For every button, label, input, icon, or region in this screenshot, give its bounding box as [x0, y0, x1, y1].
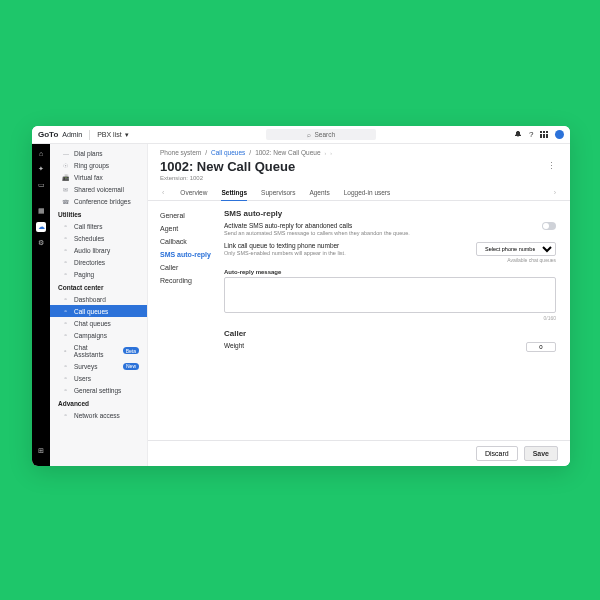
section-sms-heading: SMS auto-reply — [224, 209, 556, 218]
sidebar-item-icon: ✉ — [62, 186, 69, 193]
topbar: GoTo Admin PBX list ▾ ⌕ Search 🔔︎ ? — [32, 126, 570, 144]
rail-settings-icon[interactable]: ⚙ — [36, 238, 46, 248]
rail-grid-icon[interactable]: ⊞ — [36, 446, 46, 456]
tab-scroll-left[interactable]: ‹ — [160, 187, 166, 198]
sidebar-item-label: Chat Assistants — [74, 344, 118, 358]
rail-home-icon[interactable]: ⌂ — [36, 148, 46, 158]
sidebar-item-label: Shared voicemail — [74, 186, 124, 193]
avatar[interactable] — [555, 130, 564, 139]
discard-button[interactable]: Discard — [476, 446, 518, 461]
sidebar-item-label: Conference bridges — [74, 198, 131, 205]
sidebar-section-header: Advanced — [50, 396, 147, 409]
sidebar-item-label: Surveys — [74, 363, 97, 370]
subnav-item[interactable]: Caller — [160, 261, 220, 274]
sidebar-item-label: Campaigns — [74, 332, 107, 339]
subnav-item[interactable]: Recording — [160, 274, 220, 287]
tab-scroll-right[interactable]: › — [552, 187, 558, 198]
sidebar-item[interactable]: ▫Paging — [50, 268, 147, 280]
auto-reply-label: Auto-reply message — [224, 269, 556, 275]
crumb-call-queues[interactable]: Call queues — [211, 149, 245, 156]
sidebar-item[interactable]: ▫Users — [50, 372, 147, 384]
sidebar-item[interactable]: ▫Schedules — [50, 232, 147, 244]
sidebar-section-header: Contact center — [50, 280, 147, 293]
sidebar-item-label: Call queues — [74, 308, 108, 315]
phone-number-select[interactable]: Select phone number — [476, 242, 556, 256]
sidebar-item-label: Dial plans — [74, 150, 103, 157]
tab-logged-in-users[interactable]: Logged-in users — [344, 185, 391, 200]
rail-user-icon[interactable]: ✦ — [36, 164, 46, 174]
select-hint: Available chat queues — [476, 257, 556, 263]
sidebar-item-icon: ▫ — [62, 259, 69, 265]
tab-settings[interactable]: Settings — [221, 185, 247, 201]
sidebar-item-icon: ⋯ — [62, 150, 69, 157]
section-caller-heading: Caller — [224, 329, 556, 338]
sidebar-item-label: Ring groups — [74, 162, 109, 169]
link-number-label: Link call queue to texting phone number — [224, 242, 476, 249]
sidebar-item[interactable]: ▫Network access — [50, 409, 147, 421]
logo-text: GoTo — [38, 130, 58, 139]
weight-input[interactable] — [526, 342, 556, 352]
rail-briefcase-icon[interactable]: ▭ — [36, 180, 46, 190]
sidebar-item[interactable]: ▫SurveysNew — [50, 360, 147, 372]
sidebar-item[interactable]: ▫Campaigns — [50, 329, 147, 341]
sidebar-item[interactable]: ▫Dashboard — [50, 293, 147, 305]
sidebar-item[interactable]: ▫General settings — [50, 384, 147, 396]
sidebar-item[interactable]: ▫Chat queues — [50, 317, 147, 329]
sidebar-item[interactable]: ▫Call queues — [50, 305, 147, 317]
subnav-item[interactable]: SMS auto-reply — [160, 248, 220, 261]
chevron-right-icon[interactable]: › — [330, 150, 332, 156]
sidebar-item[interactable]: ▫Chat AssistantsBeta — [50, 341, 147, 360]
breadcrumb: Phone system / Call queues / 1002: New C… — [148, 144, 570, 159]
activate-sms-toggle[interactable] — [542, 222, 556, 230]
badge: New — [123, 363, 139, 370]
sidebar-item[interactable]: ▫Directories — [50, 256, 147, 268]
sidebar-item-icon: ☉ — [62, 162, 69, 169]
sidebar-item-label: Chat queues — [74, 320, 111, 327]
sidebar-item-icon: ▫ — [62, 271, 69, 277]
tab-supervisors[interactable]: Supervisors — [261, 185, 295, 200]
sidebar-item-icon: ▫ — [62, 247, 69, 253]
sidebar-item-icon: ▫ — [62, 387, 69, 393]
sidebar-item[interactable]: ✉Shared voicemail — [50, 183, 147, 195]
sidebar-item[interactable]: ▫Call filters — [50, 220, 147, 232]
sidebar-item-label: General settings — [74, 387, 121, 394]
apps-icon[interactable] — [540, 131, 548, 139]
rail-apps-icon[interactable]: ▦ — [36, 206, 46, 216]
chevron-right-icon[interactable]: › — [325, 150, 327, 156]
auto-reply-textarea[interactable] — [224, 277, 556, 313]
sidebar-item[interactable]: ☉Ring groups — [50, 159, 147, 171]
pbx-label: PBX list — [97, 131, 122, 138]
sidebar-item-icon: ▫ — [62, 348, 69, 354]
sidebar-section-header: Utilities — [50, 207, 147, 220]
rail-phone-icon[interactable]: ☁ — [36, 222, 46, 232]
crumb-sep: / — [249, 149, 251, 156]
subnav-item[interactable]: Callback — [160, 235, 220, 248]
tab-agents[interactable]: Agents — [309, 185, 329, 200]
subnav-item[interactable]: Agent — [160, 222, 220, 235]
crumb-phone-system[interactable]: Phone system — [160, 149, 201, 156]
sidebar-item-label: Network access — [74, 412, 120, 419]
crumb-sep: / — [205, 149, 207, 156]
save-button[interactable]: Save — [524, 446, 558, 461]
kebab-menu-icon[interactable]: ⋮ — [545, 159, 558, 173]
search-input[interactable]: ⌕ Search — [266, 129, 376, 140]
sidebar-item-icon: ▫ — [62, 235, 69, 241]
page-title: 1002: New Call Queue — [160, 159, 295, 174]
sidebar-item-label: Call filters — [74, 223, 103, 230]
help-icon[interactable]: ? — [529, 131, 533, 139]
subnav-item[interactable]: General — [160, 209, 220, 222]
form: SMS auto-reply Activate SMS auto-reply f… — [220, 201, 570, 440]
sidebar-item-label: Audio library — [74, 247, 110, 254]
tab-overview[interactable]: Overview — [180, 185, 207, 200]
sidebar-item-label: Schedules — [74, 235, 104, 242]
tabs: ‹ OverviewSettingsSupervisorsAgentsLogge… — [148, 185, 570, 201]
sidebar-item[interactable]: 📠Virtual fax — [50, 171, 147, 183]
sidebar-item-label: Directories — [74, 259, 105, 266]
sidebar-item[interactable]: ⋯Dial plans — [50, 147, 147, 159]
sidebar-item-icon: ▫ — [62, 223, 69, 229]
sidebar-item[interactable]: ☎Conference bridges — [50, 195, 147, 207]
pbx-dropdown[interactable]: PBX list ▾ — [97, 131, 129, 139]
bell-icon[interactable]: 🔔︎ — [514, 131, 522, 139]
sidebar-item[interactable]: ▫Audio library — [50, 244, 147, 256]
sidebar-item-icon: ▫ — [62, 308, 69, 314]
